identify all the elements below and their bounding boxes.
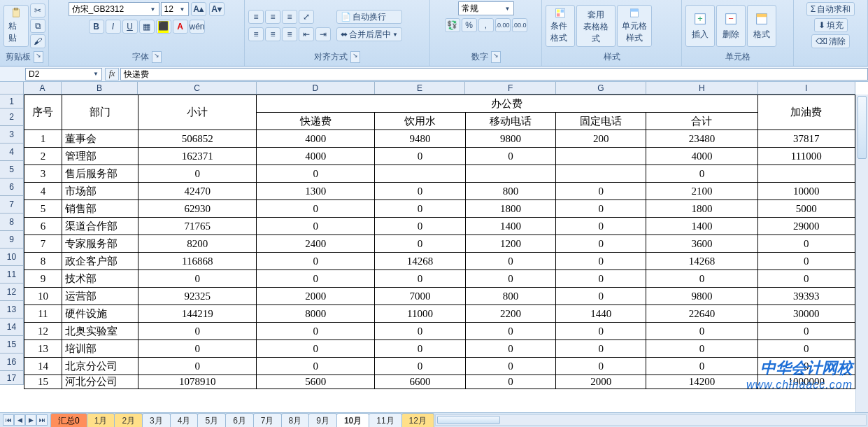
sheet-tab-汇总0[interactable]: 汇总0 xyxy=(50,413,87,427)
cell[interactable]: 0 xyxy=(465,358,555,375)
cell[interactable]: 部门 xyxy=(62,95,138,130)
row-header-4[interactable]: 4 xyxy=(0,144,24,161)
cell[interactable]: 运营部 xyxy=(62,288,138,305)
cell[interactable]: 0 xyxy=(757,340,855,358)
sheet-tab-7月[interactable]: 7月 xyxy=(253,413,282,427)
cell[interactable]: 29000 xyxy=(757,218,855,235)
cell[interactable]: 116868 xyxy=(138,253,257,270)
sheet-tab-11月[interactable]: 11月 xyxy=(369,413,401,427)
cell[interactable]: 0 xyxy=(257,253,375,270)
cell[interactable]: 30000 xyxy=(757,305,855,323)
row-header-16[interactable]: 16 xyxy=(0,354,24,371)
align-middle-button[interactable]: ≡ xyxy=(265,10,280,24)
cell[interactable]: 政企客户部 xyxy=(62,253,138,270)
cell[interactable]: 硬件设施 xyxy=(62,305,138,323)
cell[interactable]: 0 xyxy=(556,323,646,340)
cell[interactable]: 0 xyxy=(646,165,757,183)
font-color-button[interactable]: A xyxy=(173,20,188,34)
row-header-15[interactable]: 15 xyxy=(0,336,24,354)
cell[interactable]: 0 xyxy=(556,270,646,288)
indent-inc-button[interactable]: ⇥ xyxy=(315,27,331,41)
cell[interactable]: 1 xyxy=(24,130,62,148)
fill-button[interactable]: ⬇ 填充 xyxy=(814,18,848,32)
cell[interactable]: 37817 xyxy=(757,130,855,148)
cell[interactable]: 2000 xyxy=(257,288,375,305)
sheet-tab-10月[interactable]: 10月 xyxy=(336,413,369,427)
fx-button[interactable]: fx xyxy=(105,68,119,80)
cell[interactable]: 培训部 xyxy=(62,340,138,358)
sheet-tab-12月[interactable]: 12月 xyxy=(401,413,434,427)
cell[interactable]: 0 xyxy=(556,183,646,200)
cell[interactable]: 506852 xyxy=(138,130,257,148)
cell[interactable]: 0 xyxy=(757,323,855,340)
cell[interactable]: 10 xyxy=(24,288,62,305)
cell[interactable]: 4000 xyxy=(646,148,757,165)
cell[interactable]: 1800 xyxy=(646,200,757,218)
cell[interactable]: 序号 xyxy=(24,95,62,130)
cell[interactable]: 0 xyxy=(556,340,646,358)
cell[interactable]: 2400 xyxy=(257,235,375,253)
font-expand[interactable]: ↘ xyxy=(152,51,162,63)
cell[interactable] xyxy=(556,148,646,165)
horizontal-scrollbar[interactable] xyxy=(435,414,867,426)
copy-button[interactable]: ⧉ xyxy=(30,19,45,33)
cell[interactable]: 14 xyxy=(24,358,62,375)
cell[interactable]: 0 xyxy=(375,323,465,340)
cell[interactable]: 71765 xyxy=(138,218,257,235)
cell[interactable]: 快递费 xyxy=(257,113,375,130)
cell[interactable]: 4000 xyxy=(257,148,375,165)
vertical-scrollbar[interactable] xyxy=(855,94,868,412)
cell[interactable]: 4 xyxy=(24,183,62,200)
cell[interactable]: 1000000 xyxy=(757,375,855,389)
row-header-12[interactable]: 12 xyxy=(0,284,24,301)
tab-next-button[interactable]: ▶ xyxy=(25,414,36,426)
sheet-tab-1月[interactable]: 1月 xyxy=(87,413,115,427)
cell[interactable]: 2100 xyxy=(646,183,757,200)
cell[interactable]: 11 xyxy=(24,305,62,323)
cell[interactable]: 1400 xyxy=(465,218,555,235)
row-header-7[interactable]: 7 xyxy=(0,196,24,214)
cell[interactable]: 5000 xyxy=(757,200,855,218)
cell[interactable]: 售后服务部 xyxy=(62,165,138,183)
wrap-text-button[interactable]: 📄 自动换行 xyxy=(336,10,402,24)
scrollbar-thumb[interactable] xyxy=(437,416,500,424)
cell[interactable]: 39393 xyxy=(757,288,855,305)
cell[interactable]: 0 xyxy=(646,323,757,340)
cell[interactable] xyxy=(757,165,855,183)
cell[interactable]: 2 xyxy=(24,148,62,165)
align-bottom-button[interactable]: ≡ xyxy=(282,10,297,24)
cell[interactable]: 1300 xyxy=(257,183,375,200)
name-box[interactable]: D2▼ xyxy=(25,68,102,80)
align-expand[interactable]: ↘ xyxy=(350,51,360,63)
paste-button[interactable]: 粘贴 xyxy=(3,5,29,47)
cell[interactable]: 0 xyxy=(257,218,375,235)
comma-button[interactable]: , xyxy=(478,18,494,32)
cell[interactable]: 办公费 xyxy=(257,95,757,113)
column-header-H[interactable]: H xyxy=(646,82,757,94)
sheet-tab-9月[interactable]: 9月 xyxy=(308,413,337,427)
cell[interactable]: 合计 xyxy=(646,113,757,130)
cell[interactable]: 0 xyxy=(646,270,757,288)
cell[interactable]: 11000 xyxy=(375,305,465,323)
cell[interactable]: 800 xyxy=(465,183,555,200)
cell[interactable]: 14200 xyxy=(646,375,757,389)
cell[interactable]: 23480 xyxy=(646,130,757,148)
cell[interactable]: 0 xyxy=(465,375,555,389)
column-header-G[interactable]: G xyxy=(556,82,646,94)
clipboard-expand[interactable]: ↘ xyxy=(34,51,43,63)
border-button[interactable]: ▦ xyxy=(139,20,155,34)
format-button[interactable]: 格式 xyxy=(747,5,776,47)
cell[interactable]: 1200 xyxy=(465,235,555,253)
cell[interactable]: 1440 xyxy=(556,305,646,323)
cell[interactable]: 1078910 xyxy=(138,375,257,389)
align-top-button[interactable]: ≡ xyxy=(248,10,264,24)
format-painter-button[interactable]: 🖌 xyxy=(30,34,45,48)
cell[interactable]: 111000 xyxy=(757,148,855,165)
cell[interactable]: 0 xyxy=(465,323,555,340)
number-format-combo[interactable]: 常规▼ xyxy=(458,1,514,15)
cell[interactable]: 8 xyxy=(24,253,62,270)
cell[interactable]: 13 xyxy=(24,340,62,358)
cell[interactable]: 北京分公司 xyxy=(62,358,138,375)
cell[interactable]: 0 xyxy=(257,165,375,183)
indent-dec-button[interactable]: ⇤ xyxy=(299,27,314,41)
